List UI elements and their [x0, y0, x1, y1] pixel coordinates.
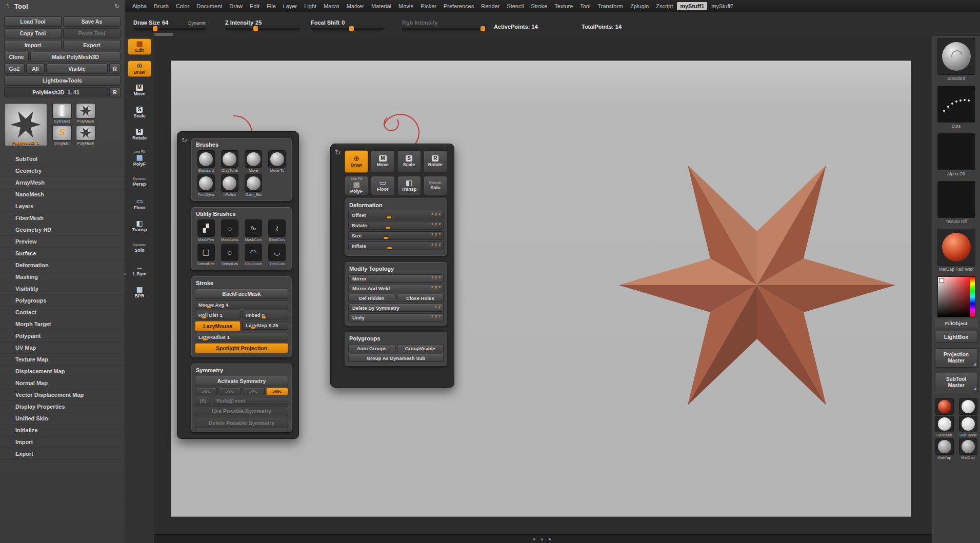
strip-button[interactable]: ▦ Edit [128, 38, 151, 55]
selected-tool-thumbnail[interactable]: PolyMesh3D_1 [4, 103, 47, 146]
menubar-item[interactable]: Transform [594, 2, 626, 10]
make-polymesh3d-button[interactable]: Make PolyMesh3D [30, 52, 121, 62]
panel-refresh-icon[interactable]: ↻ [182, 136, 187, 144]
subtool-master-button[interactable]: SubTool Master◢ [935, 373, 978, 392]
palette-section-item[interactable]: Normal Map [0, 377, 125, 389]
palette-section-item[interactable]: Texture Map [0, 354, 125, 366]
lightbox-button[interactable]: LightBox [935, 331, 978, 343]
menubar-item[interactable]: Alpha [129, 2, 150, 10]
save-as-button[interactable]: Save As [63, 16, 121, 27]
strip-button[interactable]: ▦ BPR [128, 284, 151, 300]
brush-thumbnail[interactable]: TrimDyna [195, 174, 217, 197]
material-thumbnail[interactable] [934, 398, 955, 415]
toggle-button[interactable]: Dynamic Solo [424, 176, 447, 195]
auto-groups-button[interactable]: Auto Groups [348, 344, 395, 352]
tool-thumbnail[interactable]: S PolyMesh [74, 103, 97, 124]
axis-toggles[interactable]: x y z [431, 222, 441, 226]
utility-brush-thumbnail[interactable]: ◠ ClipCurve [243, 244, 265, 266]
star-model[interactable] [613, 157, 901, 413]
group-as-dynamesh-sub-button[interactable]: Group As Dynamesh Sub [348, 354, 444, 362]
palette-section-item[interactable]: Displacement Map [0, 366, 125, 377]
symmetry-m-button[interactable]: >M< [266, 388, 288, 395]
palette-section-item[interactable]: Geometry HD [0, 224, 125, 236]
tool-thumbnail[interactable]: S Cylinder3 [51, 103, 73, 124]
load-tool-button[interactable]: Load Tool [4, 16, 62, 27]
palette-refresh-icon[interactable]: ↻ [114, 3, 119, 10]
material-thumbnail[interactable]: MatCap [934, 438, 955, 460]
menubar-item[interactable]: Stroke [528, 2, 550, 10]
canvas-scrollbar-handle[interactable] [154, 33, 173, 36]
palette-section-item[interactable]: Polygroups [0, 295, 125, 307]
menubar-item[interactable]: Render [478, 2, 503, 10]
strip-button[interactable]: S Scale [128, 105, 151, 121]
menubar-item[interactable]: Brush [151, 2, 172, 10]
hue-strip[interactable] [970, 277, 975, 317]
menubar-item[interactable]: Light [301, 2, 319, 10]
brush-thumbnail[interactable]: Dam_Sta [243, 174, 265, 197]
menubar-item[interactable]: Draw [226, 2, 246, 10]
menubar-item[interactable]: Material [368, 2, 394, 10]
brush-thumbnail[interactable]: Standard [195, 150, 217, 173]
palette-section-item[interactable]: Masking [0, 271, 125, 283]
z-intensity-slider[interactable]: Z Intensity25 [225, 19, 300, 30]
lazy-step-slider[interactable]: LazyStep0.25 [242, 321, 288, 330]
current-brush-thumbnail[interactable] [937, 38, 975, 75]
material-thumbnail[interactable] [958, 398, 978, 415]
unify-button[interactable]: Unifyx y z [348, 313, 444, 321]
deformation-slider[interactable]: Offset x y z [348, 211, 444, 219]
tool-r-button[interactable]: R [109, 87, 121, 97]
canvas-nav-arrows[interactable]: ◄ ▲ ► [532, 537, 554, 541]
material-thumbnail[interactable]: BasicMat [934, 416, 955, 437]
radial-count-slider[interactable]: RadialCount [213, 397, 288, 405]
menubar-item[interactable]: Macro [321, 2, 343, 10]
backface-mask-button[interactable]: BackFaceMask [195, 289, 288, 299]
palette-section-item[interactable]: Layers [0, 200, 125, 212]
brush-thumbnail[interactable]: hPolish [218, 174, 241, 197]
palette-collapse-handle[interactable]: › [124, 270, 126, 277]
strip-button[interactable]: R Rotate [128, 127, 151, 143]
focal-shift-knob[interactable] [349, 26, 354, 31]
dynamic-label[interactable]: Dynamic [188, 21, 206, 26]
palette-section-item[interactable]: Deformation [0, 259, 125, 271]
menubar-item[interactable]: Zscript [653, 2, 676, 10]
strip-button[interactable]: ↔ L.Sym [128, 262, 151, 278]
menubar-item[interactable]: Color [173, 2, 192, 10]
mirror-button[interactable]: Mirrorx y z [348, 274, 444, 283]
brush-thumbnail[interactable]: Move [243, 150, 265, 173]
palette-section-item[interactable]: Morph Target [0, 318, 125, 330]
active-tool-name[interactable]: PolyMesh3D_1. 41 [4, 87, 108, 97]
brush-thumbnail[interactable]: Move To [266, 150, 288, 173]
goz-all-button[interactable]: All [26, 64, 45, 74]
tool-thumbnail[interactable]: S SimpleBr [51, 125, 73, 146]
symmetry-z-button[interactable]: >Z< [243, 388, 265, 395]
rgb-intensity-slider[interactable]: Rgb Intensity [402, 19, 485, 30]
palette-section-item[interactable]: ArrayMesh [0, 177, 125, 189]
menubar-item[interactable]: myStuff1 [677, 2, 707, 10]
axis-toggles[interactable]: x y z [431, 314, 441, 318]
goz-visible-button[interactable]: Visible [46, 64, 108, 74]
lazy-mouse-button[interactable]: LazyMouse [195, 321, 241, 331]
palette-section-item[interactable]: Preview [0, 236, 125, 248]
palette-section-item[interactable]: UV Map [0, 342, 125, 354]
draw-size-knob[interactable] [153, 26, 157, 31]
goz-r-button[interactable]: R [109, 64, 121, 74]
current-stroke-thumbnail[interactable] [937, 86, 975, 123]
utility-brush-thumbnail[interactable]: ◡ TrimCurv [266, 244, 288, 266]
palette-section-item[interactable]: NanoMesh [0, 189, 125, 200]
symmetry-x-button[interactable]: >X< [195, 388, 217, 395]
menubar-item[interactable]: Edit [247, 2, 263, 10]
axis-toggles[interactable]: x y z [431, 232, 441, 236]
strip-button[interactable]: ▭ Floor [128, 196, 151, 212]
menubar-item[interactable]: Zplugin [627, 2, 652, 10]
mode-button[interactable]: ⊕ Draw [345, 150, 368, 173]
menubar-item[interactable]: Document [193, 2, 225, 10]
toggle-button[interactable]: ▭ Floor [371, 176, 394, 195]
palette-section-item[interactable]: Export [0, 448, 125, 460]
group-visible-button[interactable]: GroupVisible [397, 344, 444, 352]
menubar-item[interactable]: Texture [551, 2, 576, 10]
strip-button[interactable]: Dynamic Persp [128, 174, 151, 190]
fill-object-button[interactable]: FillObject [935, 318, 978, 328]
strip-button[interactable]: Line Fill ▦ PolyF [128, 149, 151, 168]
mode-button[interactable]: S Scale [397, 150, 421, 173]
import-button[interactable]: Import [4, 40, 62, 50]
